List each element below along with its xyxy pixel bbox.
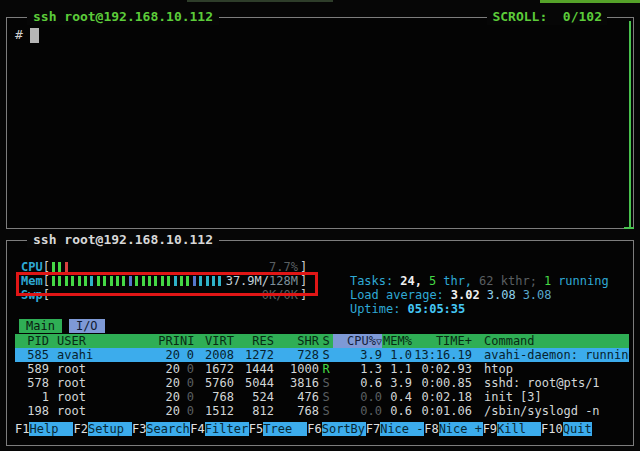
- cell-user: root: [49, 376, 132, 390]
- cell-pri: 20: [132, 348, 180, 362]
- mem-bar-segment: [186, 276, 189, 286]
- mem-bar-segment: [65, 276, 68, 286]
- scanline-artifact: [187, 0, 333, 2]
- col-user[interactable]: USER: [49, 334, 132, 348]
- mem-meter-bar: 37.9M/128M: [50, 274, 300, 288]
- fn-action-label: Filter: [205, 422, 249, 436]
- cell-time: 13:16.19: [412, 348, 472, 362]
- cpu-bar-segment: [65, 262, 68, 272]
- cell-time: 0:01.06: [412, 404, 472, 418]
- mem-bar-segment: [116, 276, 119, 286]
- process-row-578[interactable]: 578root200576050443816S0.63.90:00.85sshd…: [15, 376, 629, 390]
- cell-command: sshd: root@pts/1: [472, 376, 629, 390]
- process-row-585[interactable]: 585avahi20020081272728S3.91.013:16.19ava…: [15, 348, 629, 362]
- terminal-cursor: [30, 28, 39, 43]
- col-state[interactable]: S: [319, 334, 333, 348]
- process-row-589[interactable]: 589root200167214441000R1.31.10:02.93htop: [15, 362, 629, 376]
- fn-button-f8[interactable]: F8Nice +: [424, 422, 482, 436]
- cell-res: 524: [234, 390, 274, 404]
- bracket-open: [: [43, 274, 50, 288]
- cell-res: 1272: [234, 348, 274, 362]
- cell-virt: 768: [194, 390, 234, 404]
- col-shr[interactable]: SHR: [274, 334, 319, 348]
- cell-pid: 589: [15, 362, 49, 376]
- process-row-198[interactable]: 198root2001512812768S0.00.60:01.06/sbin/…: [15, 404, 629, 418]
- fn-button-f6[interactable]: F6SortBy: [307, 422, 365, 436]
- top-pane-title: ssh root@192.168.10.112: [27, 9, 219, 25]
- scrollbar-corner: [624, 227, 634, 229]
- fn-key-label: F1: [15, 422, 29, 436]
- cell-shr: 728: [274, 348, 319, 362]
- swap-meter-value: 0K/0K: [262, 288, 298, 302]
- cell-command: init [3]: [472, 390, 629, 404]
- cell-s: S: [319, 376, 333, 390]
- mem-used-value: 37.9M/: [226, 274, 269, 288]
- col-cpu-label: CPU%: [347, 334, 376, 348]
- col-time[interactable]: TIME+: [412, 334, 472, 348]
- fn-action-label: Setup: [88, 422, 132, 436]
- top-terminal-pane[interactable]: ssh root@192.168.10.112 SCROLL: 0/102 #: [6, 17, 634, 229]
- process-table-header: PIDUSERPRINIVIRTRESSHRSCPU%▽MEM%TIME+Com…: [15, 334, 629, 348]
- uptime: Uptime:05:05:35: [321, 288, 465, 330]
- cell-command: /sbin/syslogd -n: [472, 404, 629, 418]
- fn-button-f1[interactable]: F1Help: [15, 422, 73, 436]
- cell-user: root: [49, 362, 132, 376]
- mem-bar-segment: [199, 276, 202, 286]
- tab-main[interactable]: Main: [19, 319, 62, 333]
- cell-user: root: [49, 404, 132, 418]
- mem-bar-segment: [148, 276, 151, 286]
- cell-pri: 20: [132, 404, 180, 418]
- shell-prompt-line[interactable]: #: [15, 27, 39, 43]
- fn-button-f3[interactable]: F3Search: [132, 422, 190, 436]
- col-virt[interactable]: VIRT: [194, 334, 234, 348]
- col-command[interactable]: Command: [472, 334, 629, 348]
- mem-bar-segment: [97, 276, 100, 286]
- mem-bar-segment: [180, 276, 183, 286]
- cpu-bar-segment: [58, 262, 61, 272]
- cell-shr: 476: [274, 390, 319, 404]
- cell-pid: 198: [15, 404, 49, 418]
- fn-button-f9[interactable]: F9Kill: [483, 422, 541, 436]
- cell-ni: 0: [180, 390, 194, 404]
- cell-cpu: 0.0: [333, 390, 382, 404]
- scrollbar[interactable]: [629, 21, 631, 227]
- mem-bar-segment: [174, 276, 177, 286]
- col-pid[interactable]: PID: [15, 334, 49, 348]
- mem-bar-segment: [58, 276, 61, 286]
- cell-pid: 585: [15, 348, 49, 362]
- fn-button-f2[interactable]: F2Setup: [73, 422, 131, 436]
- mem-bar-segment: [78, 276, 81, 286]
- fn-button-f4[interactable]: F4Filter: [190, 422, 248, 436]
- col-mem[interactable]: MEM%: [382, 334, 412, 348]
- mem-bar-segment: [122, 276, 125, 286]
- fn-action-label: Quit: [563, 422, 592, 436]
- mem-bar-segment: [161, 276, 164, 286]
- bottom-terminal-pane[interactable]: ssh root@192.168.10.112 CPU[7.7%] Mem[37…: [6, 240, 634, 446]
- cell-res: 5044: [234, 376, 274, 390]
- col-res[interactable]: RES: [234, 334, 274, 348]
- bottom-pane-title: ssh root@192.168.10.112: [27, 232, 219, 248]
- col-pri[interactable]: PRI: [132, 334, 180, 348]
- swap-meter: Swp[0K/0K]: [21, 288, 307, 302]
- cell-mem: 0.4: [382, 390, 412, 404]
- mem-bar-segment: [167, 276, 170, 286]
- cell-command: avahi-daemon: running: [472, 348, 629, 362]
- cell-virt: 2008: [194, 348, 234, 362]
- cell-user: root: [49, 390, 132, 404]
- col-cpu-sorted[interactable]: CPU%▽: [333, 334, 382, 348]
- fn-key-label: F4: [190, 422, 204, 436]
- fn-button-f7[interactable]: F7Nice -: [366, 422, 424, 436]
- fn-action-label: Tree: [263, 422, 307, 436]
- fn-button-f10[interactable]: F10Quit: [541, 422, 592, 436]
- scanline-artifact-green: [540, 0, 640, 3]
- col-ni[interactable]: NI: [180, 334, 194, 348]
- process-row-1[interactable]: 1root200768524476S0.00.40:02.18init [3]: [15, 390, 629, 404]
- mem-bar-segment: [212, 276, 215, 286]
- cell-mem: 1.1: [382, 362, 412, 376]
- cell-ni: 0: [180, 348, 194, 362]
- fn-button-f5[interactable]: F5Tree: [249, 422, 307, 436]
- cell-ni: 0: [180, 362, 194, 376]
- cell-s: S: [319, 348, 333, 362]
- tab-io[interactable]: I/O: [69, 319, 105, 333]
- fn-action-label: SortBy: [322, 422, 366, 436]
